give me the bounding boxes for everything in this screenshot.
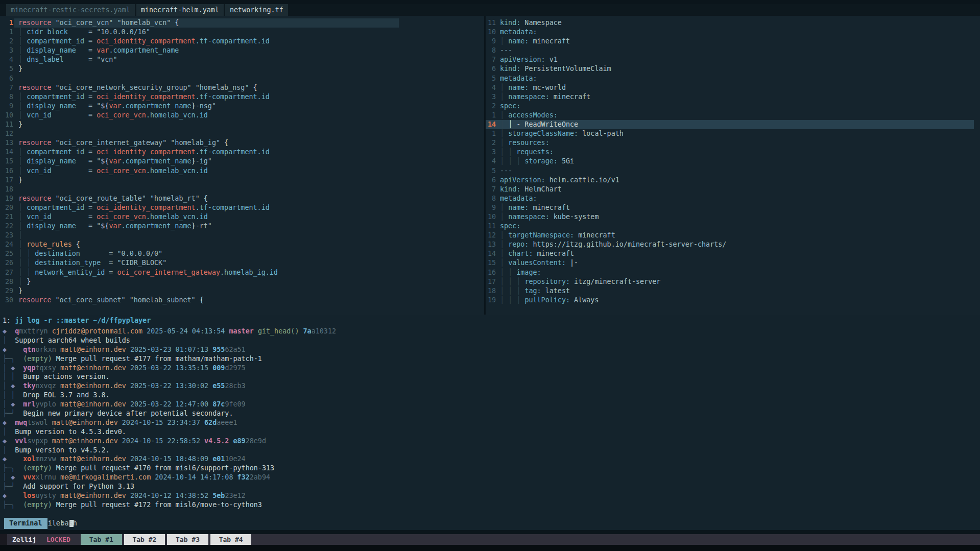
log-line: ◆ vvlsvpxp matt@einhorn.dev 2024-10-15 2… [3, 437, 980, 446]
code-line: 3│ │ requests: [486, 148, 980, 157]
line-number: 29 [0, 286, 13, 296]
log-line: ◆ losuysty matt@einhorn.dev 2024-10-12 1… [3, 491, 980, 500]
bar-notch [0, 534, 7, 545]
line-number: 13 [0, 138, 13, 148]
log-line: │ │ Drop EOL 3.7 and 3.8. [3, 391, 980, 400]
code-line: 2│ resources: [486, 138, 980, 148]
code-line: 7kind: HelmChart [486, 185, 980, 194]
zellij-tab-tab-4[interactable]: Tab #4 [210, 534, 252, 545]
code-line: 6kind: PersistentVolumeClaim [486, 64, 980, 74]
line-number: 5 [486, 74, 496, 83]
line-number: 3 [0, 46, 13, 55]
shell-label[interactable]: bash [61, 519, 77, 527]
line-number: 6 [486, 176, 496, 185]
line-number: 1 [486, 111, 496, 120]
log-line: │ ◆ mrlyvplo matt@einhorn.dev 2025-03-22… [3, 400, 980, 409]
code-line: 2│ compartment_id = oci_identity_compart… [0, 37, 484, 46]
code-line: 21│ vcn_id = oci_core_vcn.homelab_vcn.id [0, 212, 484, 222]
buffer-tab-networking-tf[interactable]: networking.tf [225, 4, 288, 16]
line-number: 21 [0, 212, 13, 222]
code-line: 13resource "oci_core_internet_gateway" "… [0, 138, 484, 148]
line-number: 14 [0, 148, 13, 157]
right-code-area[interactable]: 11kind: Namespace10metadata:9│ name: min… [486, 18, 980, 305]
buffer-tab-minecraft-helm-yaml[interactable]: minecraft-helm.yaml [136, 4, 224, 16]
zellij-tab-tab-1[interactable]: Tab #1 [81, 534, 122, 545]
zellij-app-label: Zellij [7, 534, 41, 545]
code-line: 7apiVersion: v1 [486, 55, 980, 64]
log-line: │ ◆ tkynxvqz matt@einhorn.dev 2025-03-22… [3, 381, 980, 391]
line-number: 3 [486, 92, 496, 102]
line-number: 22 [0, 222, 13, 231]
terminal-command-line: 1: jj log -r ::master ~/d/ffpyplayer [3, 316, 151, 326]
line-number: 5 [486, 166, 496, 176]
log-line: ◆ qtnorkxn matt@einhorn.dev 2025-03-23 0… [3, 345, 980, 354]
line-number: 8 [0, 92, 13, 102]
line-number: 9 [486, 203, 496, 212]
terminal-pane[interactable]: 1: jj log -r ::master ~/d/ffpyplayer ◆ q… [0, 315, 980, 530]
line-number: 6 [0, 74, 13, 83]
log-line: ├─╯ Begin new primary device after poten… [3, 409, 980, 418]
code-line: 9│ display_name = "${var.compartment_nam… [0, 102, 484, 111]
line-number: 11 [0, 120, 13, 129]
line-number: 16 [0, 166, 13, 176]
line-number: 16 [486, 268, 496, 277]
log-line: ◆ xolmnzvw matt@einhorn.dev 2024-10-15 1… [3, 454, 980, 464]
line-number: 20 [0, 203, 13, 212]
line-number: 7 [486, 55, 496, 64]
log-line: │ ◆ yqptqxsy matt@einhorn.dev 2025-03-22… [3, 364, 980, 373]
log-line: │ Bump version to v4.5.2. [3, 446, 980, 455]
code-line: 9│ name: minecraft [486, 203, 980, 212]
terminal-tab[interactable]: Terminal [4, 518, 47, 529]
left-code-area[interactable]: 1resource "oci_core_vcn" "homelab_vcn" {… [0, 18, 484, 305]
line-number: 23 [0, 231, 13, 240]
code-line: 6 [0, 74, 484, 83]
code-line: 18│ │ │ tag: latest [486, 286, 980, 296]
line-number: 6 [486, 64, 496, 74]
line-number: 9 [486, 37, 496, 46]
code-line: 2spec: [486, 102, 980, 111]
line-number: 25 [0, 249, 13, 258]
line-number: 14 [486, 249, 496, 258]
line-number: 2 [0, 37, 13, 46]
code-line: 1resource "oci_core_vcn" "homelab_vcn" { [0, 18, 484, 28]
code-line: 8│ compartment_id = oci_identity_compart… [0, 92, 484, 102]
line-number: 7 [486, 185, 496, 194]
line-number: 30 [0, 296, 13, 305]
log-line: │ │ Bump actions version. [3, 372, 980, 381]
code-line: 25│ │ destination = "0.0.0.0/0" [0, 249, 484, 258]
line-number: 2 [486, 138, 496, 148]
line-number: 7 [0, 83, 13, 92]
code-line: 17│ │ │ repository: itzg/minecraft-serve… [486, 277, 980, 286]
code-line: 1│ storageClassName: local-path [486, 129, 980, 138]
right-statusline: ~/dev/lab/clusters/lab/minecraft/minecra… [486, 305, 980, 315]
code-line: 14│ │ - ReadWriteOnce [486, 120, 980, 129]
line-number: 17 [486, 277, 496, 286]
line-number: 5 [0, 64, 13, 74]
buffer-tab-minecraft-restic-secrets-yaml[interactable]: minecraft-restic-secrets.yaml [6, 4, 135, 16]
zellij-tab-tab-3[interactable]: Tab #3 [167, 534, 208, 545]
line-number: 8 [486, 46, 496, 55]
line-number: 10 [486, 28, 496, 37]
line-number: 15 [0, 157, 13, 166]
code-line: 28│ } [0, 277, 484, 286]
line-number: 13 [486, 240, 496, 249]
log-line: ├─╮ (empty) Merge pull request #170 from… [3, 464, 980, 473]
line-number: 4 [0, 55, 13, 64]
line-number: 10 [0, 111, 13, 120]
code-line: 4│ │ │ storage: 5Gi [486, 157, 980, 166]
log-line: │ Support aarch64 wheel builds [3, 336, 980, 345]
code-line: 3│ display_name = var.compartment_name [0, 46, 484, 55]
log-line: ├─╮ (empty) Merge pull request #177 from… [3, 354, 980, 364]
zellij-tab-tab-2[interactable]: Tab #2 [124, 534, 165, 545]
code-line: 4│ name: mc-world [486, 83, 980, 92]
editor-pane-minecraft-helm-yaml[interactable]: 11kind: Namespace10metadata:9│ name: min… [486, 16, 980, 315]
editor-pane-networking-tf[interactable]: 1resource "oci_core_vcn" "homelab_vcn" {… [0, 16, 484, 315]
code-line: 23│ [0, 231, 484, 240]
code-line: 14│ compartment_id = oci_identity_compar… [0, 148, 484, 157]
code-line: 17} [0, 176, 484, 185]
helix-bufferline: minecraft-restic-secrets.yamlminecraft-h… [0, 4, 980, 16]
code-line: 22│ display_name = "${var.compartment_na… [0, 222, 484, 231]
code-line: 11} [0, 120, 484, 129]
jj-log-output: ◆ qmxttryn cjriddz@protonmail.com 2025-0… [3, 327, 980, 510]
code-line: 4│ dns_label = "vcn" [0, 55, 484, 64]
